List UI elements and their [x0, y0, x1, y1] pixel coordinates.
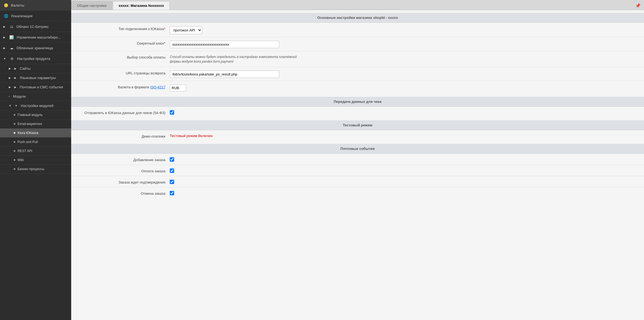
- sidebar-item-modules[interactable]: ▪Модули: [0, 92, 71, 101]
- arrow-icon: ▼: [15, 104, 18, 107]
- arrow-icon: ▶: [9, 76, 11, 79]
- arrow-icon: ▼: [3, 57, 6, 60]
- input-return-url[interactable]: [170, 71, 279, 78]
- form-value-secret-key: [170, 40, 639, 48]
- arrow-icon: ▶: [3, 25, 5, 28]
- form-label-secret-key: Секретный ключ*: [77, 40, 170, 45]
- required-marker: *: [164, 41, 165, 45]
- sidebar-item-label: Почтовые и СМС события: [20, 85, 63, 89]
- tab-shop[interactable]: xxxxx: Магазина №xxxxxx: [113, 1, 170, 10]
- arrow-icon: ▶: [9, 86, 11, 89]
- checkbox-cancel-order[interactable]: [170, 191, 174, 195]
- small-input-currency[interactable]: [170, 85, 186, 91]
- checkbox-order-confirm[interactable]: [170, 180, 174, 184]
- dot-icon: [14, 132, 15, 134]
- sidebar: 🪙Валюты🌐Локализация▶🗂Облако 1С-Битрикс▶📊…: [0, 0, 71, 320]
- sidebar-item-module-settings[interactable]: ▼▼Настройки модулей: [0, 101, 71, 110]
- select-connection-type[interactable]: протокол APIвиджет: [170, 26, 202, 34]
- sidebar-item-label: Облачные хранилища: [16, 46, 53, 50]
- sidebar-item-label: REST API: [18, 149, 32, 153]
- arrow-icon: ▶: [14, 67, 16, 70]
- status-demo-payments: Тестовый режим Включен: [170, 134, 213, 138]
- form-value-send-receipt: [170, 109, 639, 115]
- sidebar-item-label: Сайты: [20, 66, 30, 71]
- arrow-icon: ▪: [9, 95, 10, 98]
- form-row-send-receipt: Отправлять в ЮКassa данные для чеков (54…: [71, 107, 644, 118]
- tab-bar: Общие настройкиxxxxx: Магазина №xxxxxx📌: [71, 0, 644, 10]
- sidebar-item-push-and-pull[interactable]: Push and Pull: [0, 138, 71, 147]
- form-value-currency: [170, 84, 639, 91]
- arrow-icon: ▶: [3, 36, 5, 39]
- checkbox-send-receipt[interactable]: [170, 110, 174, 115]
- form-value-payment-method: Способ оплаты можно будет определить в н…: [170, 54, 639, 64]
- sidebar-item-currencies[interactable]: 🪙Валюты: [0, 0, 71, 11]
- sidebar-item-label: Kiora ЮКassa: [18, 131, 38, 135]
- dot-icon: [14, 114, 15, 116]
- sidebar-item-label: Валюты: [11, 3, 24, 7]
- dot-icon: [14, 141, 15, 143]
- sidebar-item-email-marketing[interactable]: Email-маркетинг: [0, 120, 71, 129]
- form-label-send-receipt: Отправлять в ЮКassa данные для чеков (54…: [77, 109, 170, 115]
- sidebar-item-label: Email-маркетинг: [18, 122, 42, 126]
- dot-icon: [14, 123, 15, 125]
- form-row-payment-method: Выбор способа оплатыСпособ оплаты можно …: [71, 51, 644, 67]
- arrow-icon: ▼: [9, 104, 12, 107]
- form-value-return-url: [170, 70, 639, 78]
- sidebar-item-localization[interactable]: 🌐Локализация: [0, 11, 71, 21]
- sidebar-item-scaling[interactable]: ▶📊Управление масштабиро...: [0, 32, 71, 43]
- form-label-pay-order: Оплата заказа: [77, 168, 170, 173]
- arrow-icon: ▶: [14, 76, 16, 79]
- form-label-add-order: Добавление заказа: [77, 156, 170, 162]
- section-header-receipt-data: Передача данных для чека: [71, 97, 644, 107]
- form-label-payment-method: Выбор способа оплаты: [77, 54, 170, 59]
- section-mail-events: Почтовые событияДобавление заказаОплата …: [71, 144, 644, 201]
- sidebar-item-mail-sms[interactable]: ▶▶Почтовые и СМС события: [0, 83, 71, 92]
- sidebar-item-label: Главный модуль: [18, 113, 43, 117]
- form-value-order-confirm: [170, 179, 639, 184]
- form-row-cancel-order: Отмена заказа: [71, 187, 644, 198]
- scaling-icon: 📊: [9, 34, 14, 40]
- sidebar-item-cloud-storage[interactable]: ▶☁Облачные хранилища: [0, 43, 71, 53]
- cloud-1c-icon: 🗂: [9, 24, 14, 29]
- sidebar-item-wiki[interactable]: Wiki: [0, 156, 71, 165]
- sidebar-item-product-settings[interactable]: ▼⚙Настройки продукта: [0, 53, 71, 64]
- form-label-demo-payments: Демо-платежи: [77, 133, 170, 138]
- link-currency[interactable]: ISO-4217: [150, 85, 165, 89]
- arrow-icon: ▶: [9, 67, 11, 70]
- sidebar-item-label: Настройки модулей: [21, 104, 53, 108]
- sidebar-item-cloud-1c[interactable]: ▶🗂Облако 1С-Битрикс: [0, 21, 71, 32]
- form-value-cancel-order: [170, 190, 639, 195]
- tab-general[interactable]: Общие настройки: [71, 1, 112, 10]
- form-value-connection-type: протокол APIвиджет: [170, 25, 639, 34]
- main-area: Общие настройкиxxxxx: Магазина №xxxxxx📌 …: [71, 0, 644, 320]
- sidebar-item-sites[interactable]: ▶▶Сайты: [0, 64, 71, 73]
- form-label-connection-type: Тип подключения к ЮКassa*: [77, 25, 170, 31]
- form-row-pay-order: Оплата заказа: [71, 165, 644, 176]
- sidebar-item-kiora-yukassa[interactable]: Kiora ЮКassa: [0, 129, 71, 138]
- sidebar-item-main-module[interactable]: Главный модуль: [0, 110, 71, 120]
- checkbox-add-order[interactable]: [170, 157, 174, 162]
- form-row-add-order: Добавление заказа: [71, 154, 644, 165]
- cloud-storage-icon: ☁: [9, 45, 14, 51]
- form-body-main-settings: Тип подключения к ЮКassa*протокол APIвид…: [71, 23, 644, 97]
- sidebar-item-biz-processes[interactable]: Бизнес-процессы: [0, 165, 71, 174]
- form-body-test-mode: Демо-платежиТестовый режим Включен: [71, 130, 644, 144]
- dot-icon: [14, 168, 15, 170]
- sidebar-item-label: Локализация: [11, 14, 33, 18]
- dot-icon: [14, 159, 15, 161]
- sidebar-item-label: Облако 1С-Битрикс: [16, 25, 49, 29]
- section-receipt-data: Передача данных для чекаОтправлять в ЮКa…: [71, 97, 644, 120]
- form-row-secret-key: Секретный ключ*: [71, 37, 644, 51]
- checkbox-pay-order[interactable]: [170, 168, 174, 173]
- sidebar-item-label: Языковые параметры: [20, 76, 56, 80]
- form-row-return-url: URL страницы возврата: [71, 67, 644, 81]
- input-secret-key[interactable]: [170, 41, 279, 48]
- arrow-icon: ▶: [14, 86, 16, 89]
- sidebar-item-lang-params[interactable]: ▶▶Языковые параметры: [0, 73, 71, 83]
- sidebar-item-rest-api[interactable]: REST API: [0, 147, 71, 156]
- section-header-test-mode: Тестовый режим: [71, 120, 644, 130]
- section-test-mode: Тестовый режимДемо-платежиТестовый режим…: [71, 120, 644, 144]
- form-value-pay-order: [170, 168, 639, 173]
- form-value-demo-payments: Тестовый режим Включен: [170, 133, 639, 138]
- form-row-currency: Валюта в формате ISO-4217: [71, 81, 644, 94]
